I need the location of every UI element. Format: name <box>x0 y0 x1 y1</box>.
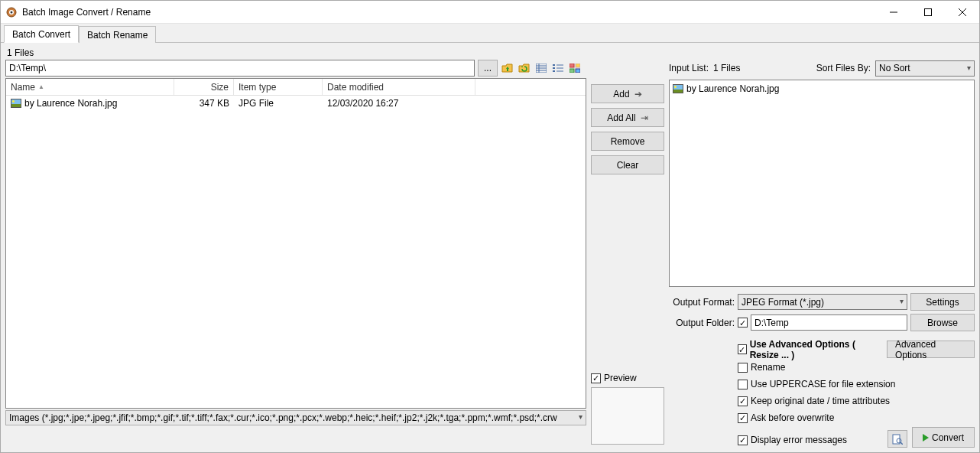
output-format-value: JPEG Format (*.jpg) <box>741 297 824 308</box>
arrow-right-double-icon: ⇥ <box>641 112 648 123</box>
svg-rect-12 <box>553 64 555 66</box>
svg-rect-19 <box>576 64 580 67</box>
output-folder-checkbox[interactable] <box>738 318 748 328</box>
middle-column: Add➔ Add All⇥ Remove Clear Preview <box>591 60 664 448</box>
askoverwrite-checkbox[interactable] <box>738 413 748 423</box>
sort-by-dropdown[interactable]: No Sort <box>875 60 975 77</box>
file-row[interactable]: by Laurence Norah.jpg 347 KB JPG File 12… <box>6 96 586 111</box>
add-all-button[interactable]: Add All⇥ <box>591 108 664 127</box>
maximize-button[interactable] <box>910 1 945 23</box>
uppercase-label: Use UPPERCASE for file extension <box>751 379 895 389</box>
column-size[interactable]: Size <box>174 79 234 95</box>
preview-result-button[interactable] <box>888 430 907 448</box>
advanced-options-button[interactable]: Advanced Options <box>887 341 975 358</box>
keepdate-label: Keep original date / time attributes <box>751 396 890 406</box>
remove-button[interactable]: Remove <box>591 132 664 151</box>
convert-button[interactable]: Convert <box>912 427 975 448</box>
advanced-options-label: Use Advanced Options ( Resize ... ) <box>750 339 884 360</box>
window-title: Batch Image Convert / Rename <box>22 7 151 18</box>
preview-label: Preview <box>604 373 637 383</box>
input-list[interactable]: by Laurence Norah.jpg <box>669 80 975 287</box>
output-format-dropdown[interactable]: JPEG Format (*.jpg) <box>738 294 907 310</box>
tab-batch-convert[interactable]: Batch Convert <box>4 25 79 43</box>
file-type-filter[interactable]: Images (*.jpg;*.jpe;*.jpeg;*.jfif;*.bmp;… <box>5 410 586 425</box>
preview-checkbox-row: Preview <box>591 370 664 386</box>
advanced-options-checkbox[interactable] <box>738 344 747 354</box>
files-count-label: 1 Files <box>5 46 975 58</box>
clear-button[interactable]: Clear <box>591 155 664 174</box>
rename-label: Rename <box>751 362 785 373</box>
tab-bar: Batch Convert Batch Rename <box>1 24 979 43</box>
image-file-icon <box>11 99 21 108</box>
keepdate-checkbox[interactable] <box>738 396 748 406</box>
tab-label: Batch Convert <box>12 29 70 40</box>
output-folder-value: D:\Temp <box>754 318 789 328</box>
left-column: D:\Temp\ ... Name ▲ Size Item type Date … <box>5 60 586 448</box>
svg-rect-4 <box>924 8 931 15</box>
output-format-label: Output Format: <box>669 297 735 308</box>
magnify-page-icon <box>892 434 903 445</box>
svg-line-24 <box>900 442 903 445</box>
svg-rect-21 <box>576 69 580 73</box>
file-size: 347 KB <box>200 98 229 109</box>
ellipsis-label: ... <box>484 63 492 73</box>
close-button[interactable] <box>945 1 979 23</box>
tab-label: Batch Rename <box>87 30 148 41</box>
svg-rect-22 <box>893 435 900 444</box>
window: Batch Image Convert / Rename Batch Conve… <box>0 0 980 453</box>
app-icon <box>5 6 18 18</box>
settings-button[interactable]: Settings <box>910 293 975 311</box>
svg-point-2 <box>11 11 13 13</box>
preview-checkbox[interactable] <box>591 373 601 383</box>
output-folder-label: Output Folder: <box>669 318 735 328</box>
column-name[interactable]: Name ▲ <box>6 79 174 95</box>
view-details-icon[interactable] <box>534 61 548 75</box>
file-date: 12/03/2020 16:27 <box>327 98 398 109</box>
folder-refresh-icon[interactable] <box>518 61 531 75</box>
tab-batch-rename[interactable]: Batch Rename <box>79 26 156 43</box>
sort-by-label: Sort Files By: <box>816 63 871 73</box>
file-list[interactable]: Name ▲ Size Item type Date modified by L… <box>5 78 586 409</box>
column-date[interactable]: Date modified <box>323 79 475 95</box>
preview-box <box>591 387 664 445</box>
file-list-header: Name ▲ Size Item type Date modified <box>6 79 586 96</box>
folder-up-icon[interactable] <box>501 61 514 75</box>
input-list-item-name: by Laurence Norah.jpg <box>686 83 779 94</box>
file-name: by Laurence Norah.jpg <box>24 98 117 109</box>
add-button[interactable]: Add➔ <box>591 84 664 103</box>
displayerrors-checkbox[interactable] <box>738 435 748 445</box>
path-value: D:\Temp\ <box>9 63 46 73</box>
right-column: Input List: 1 Files Sort Files By: No So… <box>669 60 975 448</box>
view-list-icon[interactable] <box>551 61 565 75</box>
input-list-item[interactable]: by Laurence Norah.jpg <box>671 82 972 96</box>
arrow-right-icon: ➔ <box>634 89 642 99</box>
svg-rect-13 <box>553 67 555 69</box>
askoverwrite-label: Ask before overwrite <box>751 412 834 423</box>
sort-asc-icon: ▲ <box>38 83 44 90</box>
minimize-button[interactable] <box>876 1 910 23</box>
file-type-filter-value: Images (*.jpg;*.jpe;*.jpeg;*.jfif;*.bmp;… <box>9 412 557 423</box>
image-file-icon <box>673 84 683 93</box>
input-list-label: Input List: <box>669 63 709 73</box>
rename-checkbox[interactable] <box>738 363 748 373</box>
sort-by-value: No Sort <box>879 63 910 73</box>
svg-rect-18 <box>570 64 574 67</box>
svg-rect-20 <box>570 69 574 73</box>
browse-output-button[interactable]: Browse <box>910 314 975 331</box>
path-input[interactable]: D:\Temp\ <box>5 60 475 77</box>
output-folder-input[interactable]: D:\Temp <box>751 314 907 331</box>
view-thumbnails-icon[interactable] <box>568 61 582 75</box>
uppercase-checkbox[interactable] <box>738 380 748 389</box>
displayerrors-label: Display error messages <box>751 435 847 445</box>
column-type[interactable]: Item type <box>234 79 323 95</box>
svg-rect-14 <box>553 70 555 72</box>
play-icon <box>923 434 929 442</box>
titlebar: Batch Image Convert / Rename <box>1 1 979 24</box>
file-type: JPG File <box>239 98 274 109</box>
browse-path-button[interactable]: ... <box>478 60 498 77</box>
input-list-count: 1 Files <box>713 63 740 73</box>
body: 1 Files D:\Temp\ ... Name ▲ Size <box>1 43 979 452</box>
